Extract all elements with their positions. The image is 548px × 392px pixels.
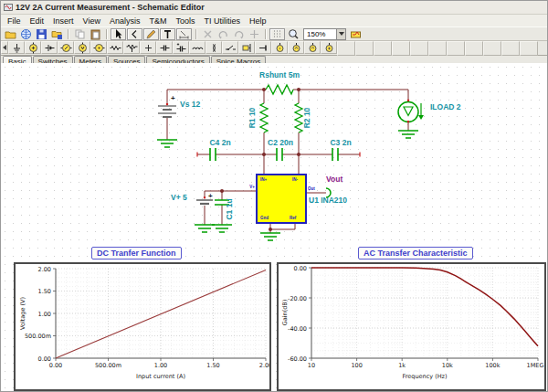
empty-cell: [428, 41, 447, 56]
current-source-iload[interactable]: ILOAD 2: [398, 100, 461, 122]
undo-button[interactable]: [216, 28, 231, 40]
redo-button[interactable]: [231, 28, 247, 40]
component-multimeter[interactable]: [90, 41, 107, 54]
dc-chart-panel[interactable]: 2.00 1.50 1.00 500.00m 0.00 0.00 500.00m…: [14, 262, 271, 391]
zoom-button[interactable]: [286, 28, 301, 40]
component-terminal[interactable]: [255, 41, 271, 54]
svg-text:1.00: 1.00: [154, 362, 167, 369]
menu-file[interactable]: File: [3, 16, 26, 26]
component-ammeter[interactable]: [58, 41, 74, 54]
pin-in-plus: IN+: [260, 177, 268, 182]
ground-iload[interactable]: [398, 131, 418, 138]
ground-vs[interactable]: [157, 140, 177, 147]
menu-ti-utilities[interactable]: TI Utilities: [199, 16, 245, 26]
battery-vs[interactable]: + Vs 12: [158, 94, 200, 117]
draw-wire-button[interactable]: [143, 28, 159, 40]
menu-view[interactable]: View: [79, 16, 105, 26]
vout-terminal[interactable]: Vout: [326, 175, 342, 197]
resistor-r2[interactable]: R2 10: [295, 103, 311, 132]
r2-label: R2 10: [302, 107, 311, 128]
component-potentiometer[interactable]: [123, 41, 140, 54]
menubar: File Edit Insert View Analysis T&M Tools…: [1, 15, 547, 26]
component-relay[interactable]: [238, 41, 255, 54]
grid-toggle-button[interactable]: [269, 28, 285, 40]
globe-icon: [20, 28, 32, 40]
dimension-icon: [178, 28, 190, 40]
resistor-r1[interactable]: R1 10: [248, 103, 268, 132]
chevron-left-icon: [129, 28, 141, 40]
text-tool-button[interactable]: [160, 28, 175, 40]
component-voltage-source[interactable]: [25, 41, 41, 54]
dimension-tool-button[interactable]: [176, 28, 192, 40]
paste-button[interactable]: [88, 28, 103, 40]
menu-edit[interactable]: Edit: [26, 16, 49, 26]
menu-tm[interactable]: T&M: [144, 16, 171, 26]
capacitor-c1[interactable]: C1 1u: [215, 198, 234, 219]
vs-plus-sign: +: [171, 94, 175, 102]
scroll-left-button[interactable]: [1, 41, 8, 54]
inductor-icon: [192, 42, 204, 54]
y-axis-label: Gain(dB): [281, 300, 289, 326]
copy-button[interactable]: [72, 28, 88, 40]
menu-insert[interactable]: Insert: [48, 16, 79, 26]
component-capacitor[interactable]: [156, 41, 173, 54]
battery-vplus[interactable]: + V+ 5: [171, 192, 213, 204]
empty-cell: [410, 41, 428, 56]
titlebar[interactable]: 12V 2A Current Measurement - Schematic E…: [1, 1, 547, 15]
component-node[interactable]: [140, 41, 156, 54]
ac-chart-title[interactable]: AC Transfer Characteristic: [358, 247, 473, 260]
last-component-button[interactable]: [127, 28, 142, 40]
component-resistor[interactable]: [107, 41, 123, 54]
svg-text:1k: 1k: [398, 362, 406, 369]
component-polarized-capacitor[interactable]: [173, 41, 189, 54]
save-button[interactable]: [34, 28, 49, 40]
delete-button[interactable]: [200, 28, 216, 40]
svg-text:100: 100: [351, 362, 362, 369]
cursor-tool-button[interactable]: [111, 28, 126, 40]
interactive-mode-button[interactable]: [348, 28, 364, 40]
dc-chart-title[interactable]: DC Tranfer Function: [91, 247, 182, 260]
copy-icon: [74, 28, 86, 40]
svg-text:2.00: 2.00: [259, 362, 269, 369]
capacitor-c4[interactable]: C4 2n: [209, 138, 230, 161]
undo-icon: [217, 28, 229, 40]
component-ground[interactable]: [8, 41, 25, 54]
component-generator-2[interactable]: [288, 41, 304, 54]
svg-text:-60.00: -60.00: [288, 355, 307, 363]
ground-ina[interactable]: [260, 233, 280, 240]
component-generator-4[interactable]: [321, 41, 337, 54]
component-generator-3[interactable]: [304, 41, 321, 54]
ac-chart-panel[interactable]: 0.00 -20.00 -40.00 -60.00 10 100 1k 10k …: [277, 262, 546, 391]
component-transformer[interactable]: [206, 41, 222, 54]
save-as-button[interactable]: [49, 28, 65, 40]
pin-out: Out: [308, 186, 315, 191]
open-from-web-button[interactable]: [18, 28, 34, 40]
component-switch[interactable]: [222, 41, 238, 54]
capacitor-c3[interactable]: C3 2n: [330, 138, 351, 161]
capacitor-c2[interactable]: C2 20n: [268, 138, 293, 161]
component-toolbar: [1, 41, 547, 56]
open-file-button[interactable]: [3, 28, 18, 40]
vplus-label: V+ 5: [171, 193, 187, 202]
y-tick-labels: 2.00 1.50 1.00 500.00m 0.00: [25, 266, 51, 363]
ground-vplus[interactable]: [195, 225, 232, 232]
menu-analysis[interactable]: Analysis: [105, 16, 145, 26]
curve: [311, 268, 538, 346]
resistor-rshunt[interactable]: Rshunt 5m: [259, 70, 300, 94]
component-voltmeter[interactable]: [74, 41, 90, 54]
zoom-level-select[interactable]: 150%: [303, 28, 346, 40]
empty-cell: [501, 41, 520, 56]
menu-help[interactable]: Help: [245, 16, 271, 26]
magnifier-icon: [288, 28, 300, 40]
delete-x-icon: [202, 28, 214, 40]
move-button[interactable]: [247, 28, 262, 40]
schematic-canvas[interactable]: + Vs 12 Rshunt 5m R1 10 R2 10: [1, 63, 547, 391]
menu-tools[interactable]: Tools: [171, 16, 199, 26]
component-inductor[interactable]: [189, 41, 206, 54]
toolbar-separator: [195, 29, 197, 39]
x-tick-labels: 10 100 1k 10k 100k 1MEG: [308, 362, 544, 369]
relay-icon: [241, 42, 253, 54]
component-generator-1[interactable]: [271, 41, 288, 54]
svg-text:1.00: 1.00: [38, 311, 51, 318]
component-battery[interactable]: [41, 41, 58, 54]
